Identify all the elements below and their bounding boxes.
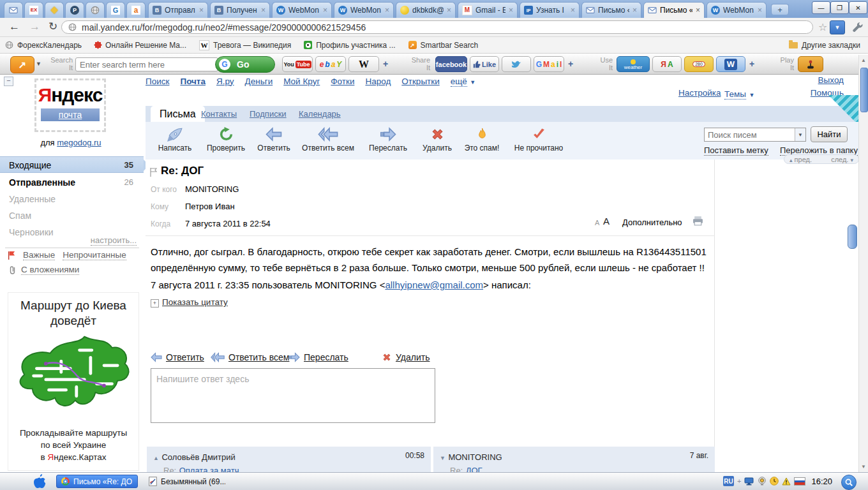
pinned-tab-globe[interactable] bbox=[86, 2, 105, 18]
pinned-tab-spark[interactable] bbox=[45, 2, 64, 18]
warning-icon[interactable] bbox=[782, 477, 791, 486]
tab-gmail[interactable]: MGmail - B× bbox=[458, 2, 518, 18]
new-tab-button[interactable]: + bbox=[771, 4, 789, 15]
mark-unread-button[interactable]: Не прочитано bbox=[507, 125, 571, 152]
tab-close-icon[interactable]: × bbox=[261, 6, 266, 14]
pinned-tab-a[interactable]: a bbox=[126, 2, 146, 18]
themes-link[interactable]: Темы ▼ bbox=[724, 88, 754, 100]
clock-agent-icon[interactable] bbox=[770, 477, 779, 486]
filter-important-link[interactable]: Важные bbox=[23, 250, 55, 260]
tab-close-icon[interactable]: × bbox=[509, 6, 513, 14]
from-value[interactable]: MONITORING bbox=[185, 184, 239, 194]
mail-search-box[interactable]: ▼ bbox=[704, 128, 806, 142]
nav-otkrytki-link[interactable]: Открытки bbox=[401, 77, 439, 86]
search-tray-button[interactable] bbox=[841, 475, 857, 490]
tab-contacts[interactable]: Контакты bbox=[201, 109, 237, 119]
compose-button[interactable]: Написать bbox=[152, 125, 198, 152]
expand-quote-icon[interactable]: + bbox=[151, 299, 159, 308]
tab-poluchen[interactable]: BПолучен× bbox=[210, 2, 270, 18]
nav-narod-link[interactable]: Народ bbox=[365, 77, 391, 86]
tab-close-icon[interactable]: × bbox=[571, 6, 575, 14]
tab-close-icon[interactable]: × bbox=[758, 6, 762, 14]
delete-link[interactable]: Удалить bbox=[382, 352, 430, 362]
domain-link[interactable]: megodog.ru bbox=[57, 138, 101, 147]
set-label-link[interactable]: Поставить метку bbox=[704, 145, 768, 156]
tab-uznat-ip[interactable]: IPУзнать I× bbox=[520, 2, 580, 18]
configure-folders-link[interactable]: настроить... bbox=[91, 235, 137, 246]
window-minimize-button[interactable]: — bbox=[812, 1, 830, 14]
chevron-down-icon[interactable]: ▼ bbox=[36, 61, 41, 67]
tab-calendar[interactable]: Календарь bbox=[299, 109, 341, 119]
nav-fotki-link[interactable]: Фотки bbox=[331, 77, 354, 86]
bookmark-profile[interactable]: Профиль участника ... bbox=[304, 41, 395, 50]
nav-yaru-link[interactable]: Я.ру bbox=[216, 77, 234, 86]
forward-icon[interactable]: → bbox=[29, 21, 40, 32]
russian-flag-icon[interactable] bbox=[794, 477, 805, 486]
bookmark-wikipedia[interactable]: WТревога — Википедия bbox=[199, 40, 291, 50]
logout-link[interactable]: Выход bbox=[818, 75, 844, 85]
tab-close-icon[interactable]: × bbox=[447, 6, 451, 14]
games-button[interactable] bbox=[798, 56, 823, 72]
reply-all-button[interactable]: Ответить всем bbox=[297, 125, 359, 152]
nav-search-link[interactable]: Поиск bbox=[146, 77, 169, 86]
scroll-down-icon[interactable]: ▼ bbox=[859, 464, 868, 470]
tab-webmoney-1[interactable]: WWebMon× bbox=[272, 2, 332, 18]
tab-close-icon[interactable]: × bbox=[385, 6, 389, 14]
print-icon[interactable] bbox=[692, 216, 703, 226]
webcam-agent-icon[interactable] bbox=[758, 477, 767, 486]
facebook-button[interactable]: facebook bbox=[435, 56, 467, 72]
next-button[interactable]: след. ▾ bbox=[831, 156, 853, 163]
add-button-icon[interactable]: + bbox=[749, 59, 754, 69]
reply-link[interactable]: Ответить bbox=[151, 352, 204, 362]
maps-button[interactable]: 280 bbox=[684, 56, 714, 72]
taskbar-task-mail[interactable]: Письмо «Re: ДО... bbox=[56, 475, 138, 488]
folder-sent[interactable]: Отправленные26 bbox=[0, 174, 144, 191]
start-apple-icon[interactable] bbox=[32, 473, 47, 490]
address-bar[interactable]: mail.yandex.ru/for/megodog.ru/neo2/#mess… bbox=[61, 20, 813, 34]
taskbar-task-paint[interactable]: Безымянный (69... bbox=[144, 475, 230, 488]
reload-icon[interactable]: ↻ bbox=[49, 21, 57, 32]
nav-money-link[interactable]: Деньги bbox=[245, 77, 273, 86]
nav-mail-link[interactable]: Почта bbox=[180, 77, 206, 86]
filter-attachments-link[interactable]: С вложениями bbox=[21, 265, 79, 275]
to-value[interactable]: Петров Иван bbox=[185, 202, 235, 211]
reply-button[interactable]: Ответить bbox=[253, 125, 295, 152]
tray-expand-icon[interactable]: + bbox=[737, 477, 741, 485]
tab-otpravl[interactable]: BОтправл× bbox=[148, 2, 208, 18]
tab-close-icon[interactable]: × bbox=[199, 6, 204, 14]
inner-scrollbar-thumb[interactable] bbox=[848, 225, 857, 249]
bookmark-forex[interactable]: ФорексКалендарь bbox=[5, 41, 82, 50]
tab-close-icon[interactable]: × bbox=[696, 6, 700, 14]
email-link[interactable]: allhyipnew@gmail.com bbox=[385, 279, 483, 290]
window-close-button[interactable]: ✕ bbox=[849, 1, 867, 14]
pinned-tab-p[interactable]: P bbox=[65, 2, 84, 18]
folder-inbox[interactable]: Входящие35 bbox=[0, 156, 144, 173]
search-dropdown-icon[interactable]: ▼ bbox=[795, 128, 805, 141]
spam-button[interactable]: Это спам! bbox=[460, 125, 504, 152]
like-button[interactable]: Like bbox=[470, 56, 499, 72]
pinned-tab-mail[interactable] bbox=[4, 2, 23, 18]
prev-button[interactable]: ▴ пред. bbox=[789, 156, 812, 163]
word-button[interactable]: W bbox=[716, 56, 745, 72]
extension-button[interactable]: ▼ bbox=[830, 20, 845, 34]
bookmark-smartbar[interactable]: ↗Smartbar Search bbox=[408, 41, 479, 50]
gmail-button[interactable]: GMail bbox=[534, 56, 564, 72]
add-button-icon[interactable]: + bbox=[568, 59, 573, 69]
filter-unread-link[interactable]: Непрочитанные bbox=[63, 250, 126, 260]
tab-dkbkdk[interactable]: dkbkdk@× bbox=[396, 2, 456, 18]
pinned-tab-g[interactable]: G bbox=[106, 2, 125, 18]
twitter-button[interactable] bbox=[502, 56, 531, 72]
translate-button[interactable]: ЯА bbox=[652, 56, 682, 72]
nav-moikrug-link[interactable]: Мой Круг bbox=[283, 77, 320, 86]
ebay-button[interactable]: ebaY bbox=[315, 56, 346, 72]
tab-subscriptions[interactable]: Подписки bbox=[250, 109, 287, 119]
bookmark-online-solution[interactable]: Онлайн Решение Ма... bbox=[94, 41, 186, 50]
browser-scrollbar[interactable]: ▲ ▼ bbox=[858, 55, 868, 472]
tab-pismo-active[interactable]: Письмо «× bbox=[643, 2, 705, 18]
back-icon[interactable]: ← bbox=[9, 21, 20, 32]
other-bookmarks-button[interactable]: Другие закладки bbox=[789, 41, 860, 50]
mail-search-input[interactable] bbox=[705, 130, 795, 140]
google-go-button[interactable]: G Go bbox=[215, 56, 275, 73]
wrench-menu-icon[interactable] bbox=[851, 21, 863, 33]
nav-more-link[interactable]: ещё ▼ bbox=[451, 75, 476, 87]
